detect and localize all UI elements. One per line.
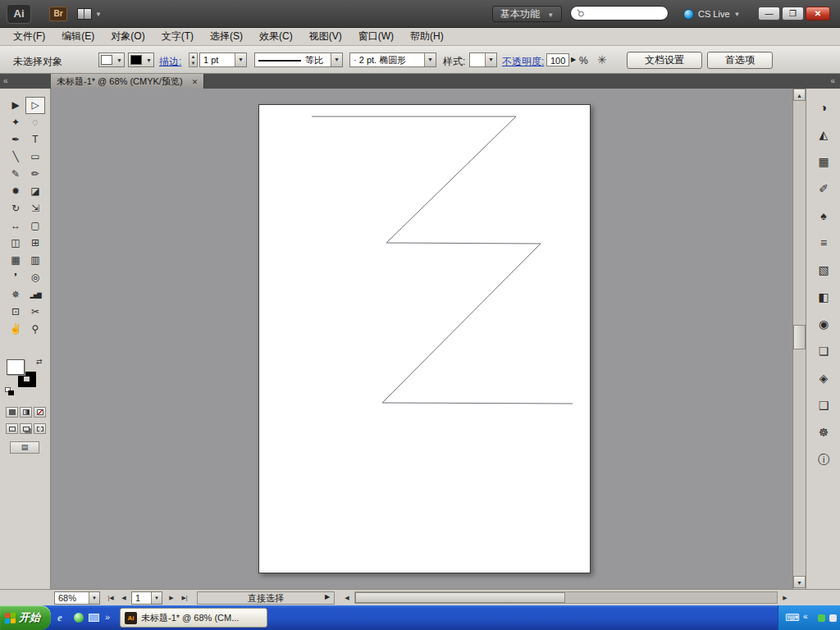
graphic-styles-panel-icon[interactable]: ❏ xyxy=(811,340,836,363)
selection-tool[interactable]: ▶ xyxy=(6,97,25,114)
keyboard-layout-icon[interactable]: ⌨ xyxy=(785,612,799,623)
paintbrush-tool[interactable]: ✎ xyxy=(6,166,25,183)
show-desktop-icon[interactable] xyxy=(89,614,99,622)
illustrator-task-button[interactable]: Ai 未标题-1* @ 68% (CM... xyxy=(120,608,267,628)
color-panel-icon[interactable]: ◑ xyxy=(811,97,836,119)
arrange-documents-arrow-icon[interactable]: ▼ xyxy=(95,11,102,18)
fill-color-proxy[interactable] xyxy=(7,359,25,375)
chevron-down-icon[interactable]: ▼ xyxy=(235,53,246,66)
eyedropper-tool[interactable]: ❜ xyxy=(6,269,25,286)
fill-color-dropdown[interactable]: ▼ xyxy=(98,52,125,67)
rectangle-tool[interactable]: ▭ xyxy=(25,148,45,166)
slice-tool[interactable]: ✂ xyxy=(25,304,45,321)
draw-inside-button[interactable] xyxy=(34,423,46,434)
next-artboard-button[interactable]: ▶ xyxy=(166,592,177,604)
menu-window[interactable]: 窗口(W) xyxy=(350,27,402,46)
zoom-select[interactable]: 68% ▼ xyxy=(54,591,100,605)
menu-type[interactable]: 文字(T) xyxy=(153,27,202,46)
lasso-tool[interactable]: ◌ xyxy=(25,114,45,131)
rotate-tool[interactable]: ↻ xyxy=(6,200,25,217)
stroke-panel-icon[interactable]: ≡ xyxy=(811,232,836,254)
blob-brush-tool[interactable]: ✹ xyxy=(6,183,25,200)
scroll-left-icon[interactable]: ◀ xyxy=(341,592,353,604)
artboard-select[interactable]: 1 ▼ xyxy=(131,591,162,605)
menu-help[interactable]: 帮助(H) xyxy=(402,27,452,46)
close-button[interactable]: ✕ xyxy=(806,7,830,21)
perspective-grid-tool[interactable]: ⊞ xyxy=(25,235,45,252)
last-artboard-button[interactable]: ▶| xyxy=(179,592,190,604)
menu-view[interactable]: 视图(V) xyxy=(301,27,350,46)
swatches-panel-icon[interactable]: ▦ xyxy=(811,151,836,173)
line-segment-tool[interactable]: ╲ xyxy=(6,148,25,166)
direct-selection-tool[interactable]: ▷ xyxy=(25,97,45,114)
layers-panel-icon[interactable]: ◈ xyxy=(811,368,836,390)
stepper-down-icon[interactable]: ▼ xyxy=(189,60,197,66)
brushes-panel-icon[interactable]: ✐ xyxy=(811,178,836,200)
chevron-down-icon[interactable]: ▼ xyxy=(89,592,99,604)
mesh-tool[interactable]: ▦ xyxy=(6,252,25,269)
symbols-panel-icon[interactable]: ♠ xyxy=(811,205,836,227)
status-menu-icon[interactable]: ▶ xyxy=(325,593,330,600)
stroke-panel-link[interactable]: 描边: xyxy=(159,55,181,69)
artboard[interactable] xyxy=(258,104,591,573)
collapse-tools-icon[interactable]: « xyxy=(3,76,8,85)
shape-builder-tool[interactable]: ◫ xyxy=(6,235,25,252)
brush-definition-select[interactable]: · 2 pt. 椭圆形 ▼ xyxy=(349,52,436,67)
restore-button[interactable]: ❐ xyxy=(782,7,804,21)
previous-artboard-button[interactable]: ◀ xyxy=(118,592,130,604)
tray-collapse-icon[interactable]: « xyxy=(803,612,808,621)
search-input[interactable]: ⚲ xyxy=(570,6,669,21)
menu-edit[interactable]: 编辑(E) xyxy=(53,27,103,46)
free-transform-tool[interactable]: ▢ xyxy=(25,217,45,235)
draw-behind-button[interactable] xyxy=(20,423,32,434)
none-button[interactable] xyxy=(34,407,46,418)
gradient-button[interactable] xyxy=(20,407,32,418)
chevron-down-icon[interactable]: ▼ xyxy=(331,53,342,66)
first-artboard-button[interactable]: |◀ xyxy=(105,592,116,604)
default-fill-stroke-icon[interactable] xyxy=(5,387,15,396)
stroke-width-stepper[interactable]: ▲ ▼ xyxy=(189,52,198,67)
symbol-sprayer-tool[interactable]: ✵ xyxy=(6,286,25,304)
quick-launch-overflow-icon[interactable]: » xyxy=(105,612,110,622)
eraser-tool[interactable]: ◪ xyxy=(25,183,45,200)
recolor-artwork-icon[interactable]: ✳ xyxy=(597,53,607,66)
opacity-input[interactable]: 100 xyxy=(546,53,569,66)
close-tab-icon[interactable]: ✕ xyxy=(192,78,199,86)
workspace-switcher-button[interactable]: 基本功能 ▼ xyxy=(492,6,562,22)
type-tool[interactable]: T xyxy=(25,131,45,148)
scroll-right-icon[interactable]: ▶ xyxy=(779,592,791,604)
stroke-width-select[interactable]: 1 pt ▼ xyxy=(199,52,247,67)
gradient-panel-icon[interactable]: ▧ xyxy=(811,259,836,281)
cs-live-button[interactable]: CS Live ▼ xyxy=(683,6,740,22)
scroll-up-icon[interactable]: ▲ xyxy=(793,89,806,101)
appearance-panel-icon[interactable]: ◉ xyxy=(811,313,836,336)
width-profile-select[interactable]: 等比 ▼ xyxy=(254,52,343,67)
screen-mode-button[interactable]: ▤ xyxy=(10,441,39,454)
color-button[interactable] xyxy=(6,407,18,418)
width-tool[interactable]: ↔ xyxy=(6,217,25,235)
swap-fill-stroke-icon[interactable]: ⇄ xyxy=(36,358,43,366)
navigator-panel-icon[interactable]: ☸ xyxy=(811,422,836,444)
horizontal-scrollbar[interactable] xyxy=(354,591,778,604)
menu-object[interactable]: 对象(O) xyxy=(103,27,153,46)
antivirus-tray-icon[interactable] xyxy=(818,614,825,622)
preferences-button[interactable]: 首选项 xyxy=(707,52,773,69)
status-display[interactable]: 直接选择 xyxy=(197,591,335,605)
start-button[interactable]: 开始 xyxy=(0,605,51,630)
zigzag-path[interactable] xyxy=(312,116,573,404)
stroke-color-dropdown[interactable]: ▼ xyxy=(128,52,154,67)
menu-file[interactable]: 文件(F) xyxy=(5,27,53,46)
menu-select[interactable]: 选择(S) xyxy=(202,27,251,46)
pen-tool[interactable]: ✒ xyxy=(6,131,25,148)
scale-tool[interactable]: ⇲ xyxy=(25,200,45,217)
opacity-popup-icon[interactable]: ▶ xyxy=(571,56,576,63)
hand-tool[interactable]: ✌ xyxy=(6,321,25,338)
draw-normal-button[interactable] xyxy=(6,423,18,434)
artboards-panel-icon[interactable]: ❑ xyxy=(811,395,836,417)
messenger-icon[interactable] xyxy=(74,613,84,623)
column-graph-tool[interactable]: ▂▅▇ xyxy=(25,286,45,304)
minimize-button[interactable]: — xyxy=(758,7,780,21)
chevron-down-icon[interactable]: ▼ xyxy=(151,592,162,604)
gradient-tool[interactable]: ▥ xyxy=(25,252,45,269)
info-panel-icon[interactable]: ⓘ xyxy=(811,449,836,471)
